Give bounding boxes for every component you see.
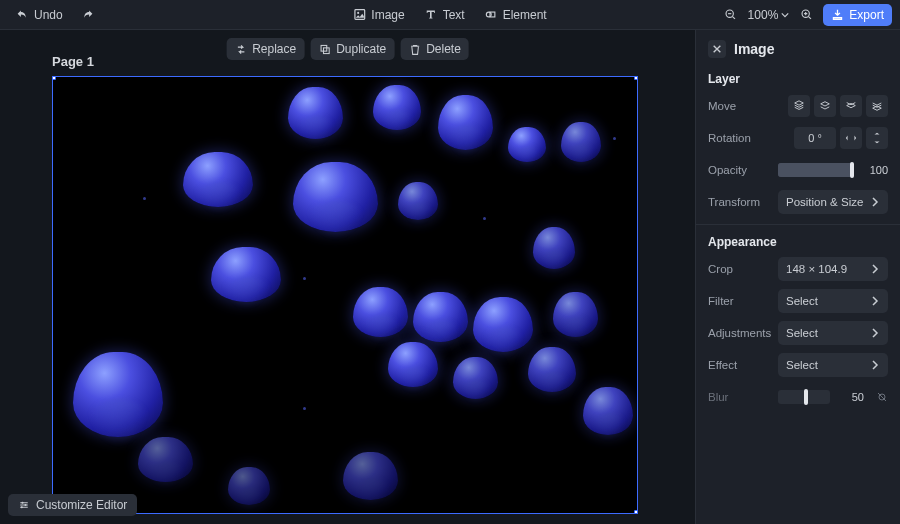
canvas-area: Replace Duplicate Delete Page 1 xyxy=(0,30,695,524)
chevron-right-icon xyxy=(870,328,880,338)
redo-icon xyxy=(81,8,94,21)
close-inspector-button[interactable] xyxy=(708,40,726,58)
filter-value: Select xyxy=(786,295,818,307)
sliders-icon xyxy=(18,499,30,511)
redo-button[interactable] xyxy=(77,4,99,26)
trash-icon xyxy=(408,43,421,56)
tab-element-label: Element xyxy=(503,8,547,22)
topbar: Undo Image Text Element 100% xyxy=(0,0,900,30)
undo-label: Undo xyxy=(34,8,63,22)
chevron-right-icon xyxy=(870,264,880,274)
svg-point-8 xyxy=(21,502,23,504)
chevron-right-icon xyxy=(870,197,880,207)
layer-up-icon xyxy=(819,100,831,112)
layer-down-icon xyxy=(845,100,857,112)
transform-label: Transform xyxy=(708,196,778,208)
adjustments-label: Adjustments xyxy=(708,327,778,339)
section-layer-heading: Layer xyxy=(708,72,888,86)
replace-button[interactable]: Replace xyxy=(226,38,304,60)
flip-h-icon xyxy=(845,132,857,144)
adjustments-value: Select xyxy=(786,327,818,339)
section-appearance-heading: Appearance xyxy=(708,235,888,249)
move-to-front-button[interactable] xyxy=(788,95,810,117)
tab-image[interactable]: Image xyxy=(345,4,412,26)
resize-handle-tr[interactable] xyxy=(634,76,638,80)
layers-front-icon xyxy=(793,100,805,112)
inspector-title: Image xyxy=(734,41,774,57)
crop-select[interactable]: 148 × 104.9 xyxy=(778,257,888,281)
customize-editor-button[interactable]: Customize Editor xyxy=(8,494,137,516)
opacity-label: Opacity xyxy=(708,164,778,176)
zoom-controls: 100% xyxy=(720,4,818,26)
transform-value: Position & Size xyxy=(786,196,863,208)
undo-icon xyxy=(16,8,29,21)
reset-blur-icon[interactable] xyxy=(876,391,888,403)
duplicate-button[interactable]: Duplicate xyxy=(310,38,394,60)
move-backward-button[interactable] xyxy=(840,95,862,117)
tab-text[interactable]: Text xyxy=(417,4,473,26)
svg-point-10 xyxy=(21,506,23,508)
flip-v-icon xyxy=(871,132,883,144)
move-forward-button[interactable] xyxy=(814,95,836,117)
zoom-in-icon xyxy=(800,8,813,21)
resize-handle-br[interactable] xyxy=(634,510,638,514)
selected-image-frame[interactable] xyxy=(52,76,638,514)
flip-vertical-button[interactable] xyxy=(866,127,888,149)
text-icon xyxy=(425,8,438,21)
tab-image-label: Image xyxy=(371,8,404,22)
move-label: Move xyxy=(708,100,778,112)
export-button[interactable]: Export xyxy=(823,4,892,26)
duplicate-label: Duplicate xyxy=(336,42,386,56)
chevron-right-icon xyxy=(870,296,880,306)
svg-point-9 xyxy=(24,504,26,506)
blur-value: 50 xyxy=(836,391,864,403)
opacity-slider[interactable] xyxy=(778,163,854,177)
inspector-panel: Image Layer Move Rotation Opacity 100 xyxy=(695,30,900,524)
filter-label: Filter xyxy=(708,295,778,307)
crop-value: 148 × 104.9 xyxy=(786,263,847,275)
image-icon xyxy=(353,8,366,21)
element-icon xyxy=(485,8,498,21)
effect-label: Effect xyxy=(708,359,778,371)
move-to-back-button[interactable] xyxy=(866,95,888,117)
zoom-level-dropdown[interactable]: 100% xyxy=(744,8,794,22)
rotation-label: Rotation xyxy=(708,132,778,144)
page-title: Page 1 xyxy=(52,54,94,69)
blur-label: Blur xyxy=(708,391,778,403)
resize-handle-tl[interactable] xyxy=(52,76,56,80)
rotation-input[interactable] xyxy=(794,127,836,149)
svg-rect-0 xyxy=(355,10,365,20)
export-label: Export xyxy=(849,8,884,22)
zoom-out-button[interactable] xyxy=(720,4,742,26)
tab-element[interactable]: Element xyxy=(477,4,555,26)
undo-button[interactable]: Undo xyxy=(8,4,71,26)
flip-horizontal-button[interactable] xyxy=(840,127,862,149)
download-icon xyxy=(831,8,844,21)
tab-text-label: Text xyxy=(443,8,465,22)
svg-point-1 xyxy=(357,12,359,14)
effect-value: Select xyxy=(786,359,818,371)
delete-label: Delete xyxy=(426,42,461,56)
customize-editor-label: Customize Editor xyxy=(36,498,127,512)
duplicate-icon xyxy=(318,43,331,56)
adjustments-select[interactable]: Select xyxy=(778,321,888,345)
crop-label: Crop xyxy=(708,263,778,275)
opacity-value: 100 xyxy=(860,164,888,176)
chevron-right-icon xyxy=(870,360,880,370)
layers-back-icon xyxy=(871,100,883,112)
zoom-level-value: 100% xyxy=(748,8,779,22)
replace-label: Replace xyxy=(252,42,296,56)
delete-button[interactable]: Delete xyxy=(400,38,469,60)
selection-action-bar: Replace Duplicate Delete xyxy=(226,38,469,60)
chevron-down-icon xyxy=(781,11,789,19)
transform-select[interactable]: Position & Size xyxy=(778,190,888,214)
blur-slider[interactable] xyxy=(778,390,830,404)
zoom-out-icon xyxy=(724,8,737,21)
zoom-in-button[interactable] xyxy=(795,4,817,26)
filter-select[interactable]: Select xyxy=(778,289,888,313)
close-icon xyxy=(712,44,722,54)
replace-icon xyxy=(234,43,247,56)
effect-select[interactable]: Select xyxy=(778,353,888,377)
